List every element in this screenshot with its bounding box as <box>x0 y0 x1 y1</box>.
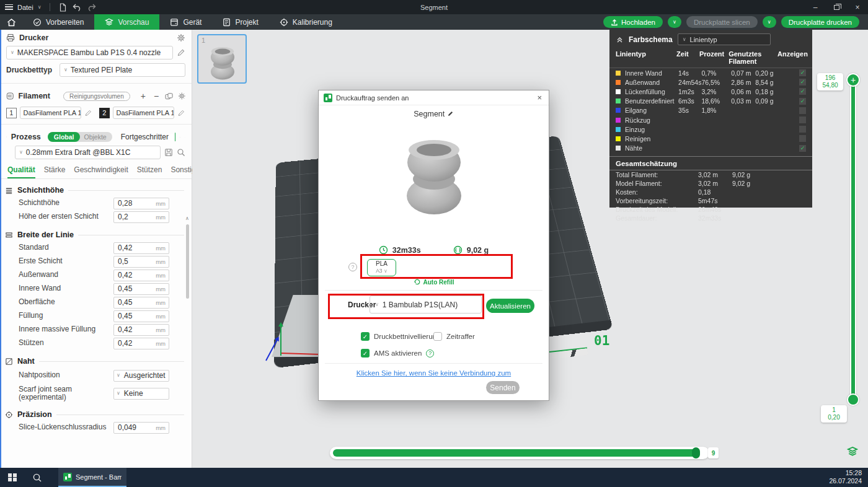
scrollbar-thumb[interactable] <box>186 224 189 299</box>
tab-projekt[interactable]: Projekt <box>212 14 268 30</box>
rename-model-icon[interactable] <box>447 110 454 117</box>
default-line-width-input[interactable]: 0,42mm <box>113 242 169 254</box>
print-options-dropdown[interactable]: ∨ <box>763 16 776 28</box>
chevron-down-icon[interactable]: ∨ <box>38 5 42 10</box>
tab-qualitaet[interactable]: Qualität <box>7 165 35 178</box>
restore-button[interactable] <box>826 0 847 14</box>
plate-thumbnail[interactable]: 1 <box>197 34 247 84</box>
hamburger-menu-icon[interactable] <box>5 4 13 10</box>
save-preset-icon[interactable] <box>164 148 173 157</box>
infill-line-width-input[interactable]: 0,45mm <box>113 310 169 322</box>
slice-gap-closing-radius-input[interactable]: 0,049mm <box>113 422 169 434</box>
scarf-joint-seam-select[interactable]: ∨Keine <box>113 388 169 400</box>
layer-slider-bottom-handle[interactable] <box>847 393 859 406</box>
dialog-close-button[interactable]: × <box>535 93 544 102</box>
remove-filament-button[interactable]: − <box>152 91 161 101</box>
timelapse-checkbox[interactable] <box>433 332 442 341</box>
support-line-width-input[interactable]: 0,42mm <box>113 338 169 349</box>
view-mode-select[interactable]: ∨ Linientyp <box>678 33 771 45</box>
filament-help-icon[interactable]: ? <box>348 263 357 271</box>
taskbar-app-bambu-studio[interactable]: Segment - BambuS... <box>58 468 126 487</box>
slice-options-dropdown[interactable]: ∨ <box>668 16 681 28</box>
printer-settings-gear-icon[interactable] <box>177 33 185 42</box>
close-button[interactable]: × <box>847 0 868 14</box>
show-checkbox[interactable]: ✓ <box>799 69 806 76</box>
scroll-up-arrow[interactable]: ∧ <box>184 216 190 222</box>
redo-icon[interactable] <box>87 2 97 12</box>
show-checkbox[interactable] <box>799 107 806 114</box>
tab-vorbereiten[interactable]: Vorbereiten <box>22 14 94 30</box>
tab-stuetzen[interactable]: Stützen <box>137 165 162 178</box>
edit-printer-icon[interactable] <box>177 48 185 57</box>
tab-geraet[interactable]: Gerät <box>159 14 212 30</box>
filament-slot-1-index[interactable]: 1 <box>6 108 17 118</box>
viewport-3d[interactable]: 01 1 Farbschema <box>192 30 868 468</box>
tab-geschwindigkeit[interactable]: Geschwindigkeit <box>74 165 128 178</box>
taskbar-clock[interactable]: 15:28 26.07.2024 <box>829 468 868 487</box>
ams-help-icon[interactable]: ? <box>426 349 434 358</box>
ams-mapping-icon[interactable] <box>165 92 173 100</box>
show-checkbox[interactable] <box>799 135 806 142</box>
internal-solid-infill-line-width-input[interactable]: 0,42mm <box>113 324 169 336</box>
global-objects-toggle[interactable]: Global Objekte <box>48 132 112 142</box>
top-surface-line-width-input[interactable]: 0,45mm <box>113 297 169 309</box>
edit-filament-2-icon[interactable] <box>177 109 185 117</box>
sidebar: Drucker ∨ MAKERSPACE Bambu Lab P1S 0.4 n… <box>0 30 192 468</box>
outer-wall-line-width-input[interactable]: 0,42mm <box>113 270 169 281</box>
tab-kalibrierung[interactable]: Kalibrierung <box>269 14 343 30</box>
windows-logo-icon <box>8 473 17 482</box>
show-checkbox[interactable] <box>799 126 806 133</box>
objects-option[interactable]: Objekte <box>80 132 112 142</box>
move-slider[interactable] <box>330 447 709 459</box>
global-option[interactable]: Global <box>48 132 81 142</box>
taskbar-search-button[interactable] <box>25 468 50 487</box>
no-connection-link[interactable]: Klicken Sie hier, wenn Sie keine Verbind… <box>319 369 549 377</box>
new-project-icon[interactable] <box>58 2 68 12</box>
send-print-job-dialog: Druckauftrag senden an × Segment <box>318 90 549 401</box>
show-checkbox[interactable] <box>799 116 806 123</box>
inner-wall-line-width-input[interactable]: 0,45mm <box>113 283 169 295</box>
menu-list-icon[interactable] <box>180 133 180 141</box>
collapse-panel-icon[interactable] <box>616 36 624 43</box>
show-checkbox[interactable]: ✓ <box>799 145 806 152</box>
tab-staerke[interactable]: Stärke <box>44 165 66 178</box>
start-button[interactable] <box>0 468 25 487</box>
sidebar-scrollbar[interactable]: ∧ <box>184 216 190 466</box>
show-checkbox[interactable]: ✓ <box>799 88 806 95</box>
show-checkbox[interactable]: ✓ <box>799 79 806 86</box>
upload-button[interactable]: Hochladen <box>603 16 663 28</box>
layer-height-input[interactable]: 0,28mm <box>113 198 169 209</box>
layers-view-button[interactable] <box>847 446 858 457</box>
printer-preset-select[interactable]: ∨ MAKERSPACE Bambu Lab P1S 0.4 nozzle <box>6 46 173 59</box>
advanced-toggle[interactable] <box>175 133 176 141</box>
filament-slot-1-name[interactable]: DasFilament PLA 1 <box>20 107 82 119</box>
bed-leveling-checkbox[interactable]: ✓ <box>361 332 370 341</box>
compare-presets-icon[interactable] <box>185 133 185 141</box>
process-preset-select[interactable]: ∨ 0.28mm Extra Draft @BBL X1C <box>15 146 161 159</box>
layer-range-slider[interactable]: + <box>845 73 861 411</box>
file-menu[interactable]: Datei <box>17 4 33 11</box>
refresh-button[interactable]: Aktualisieren <box>486 299 534 313</box>
send-button[interactable]: Senden <box>486 381 520 394</box>
flush-volumes-button[interactable]: Reinigungsvolumen <box>63 92 130 101</box>
tab-vorschau[interactable]: Vorschau <box>94 14 159 30</box>
layer-slider-top-handle[interactable]: + <box>846 73 860 87</box>
ams-enable-checkbox[interactable]: ✓ <box>361 349 370 358</box>
bed-type-select[interactable]: ∨ Textured PEI Plate <box>60 63 185 77</box>
filament-settings-gear-icon[interactable] <box>178 92 186 100</box>
minimize-button[interactable]: – <box>805 0 826 14</box>
show-checkbox[interactable]: ✓ <box>799 98 806 105</box>
undo-icon[interactable] <box>73 2 82 12</box>
advanced-label: Fortgeschritten <box>121 133 170 141</box>
home-button[interactable] <box>0 14 22 30</box>
search-preset-icon[interactable] <box>177 148 185 157</box>
seam-position-select[interactable]: ∨Ausgerichtet <box>113 370 169 382</box>
add-filament-button[interactable]: + <box>139 91 148 101</box>
filament-slot-2-name[interactable]: DasFilament PLA 1 <box>113 107 175 119</box>
edit-filament-1-icon[interactable] <box>84 109 92 117</box>
filament-slot-2-index[interactable]: 2 <box>99 108 110 118</box>
move-slider-handle[interactable] <box>692 447 700 458</box>
first-layer-line-width-input[interactable]: 0,5mm <box>113 256 169 268</box>
print-plate-button[interactable]: Druckplatte drucken <box>781 16 859 28</box>
first-layer-height-input[interactable]: 0,2mm <box>113 211 169 223</box>
